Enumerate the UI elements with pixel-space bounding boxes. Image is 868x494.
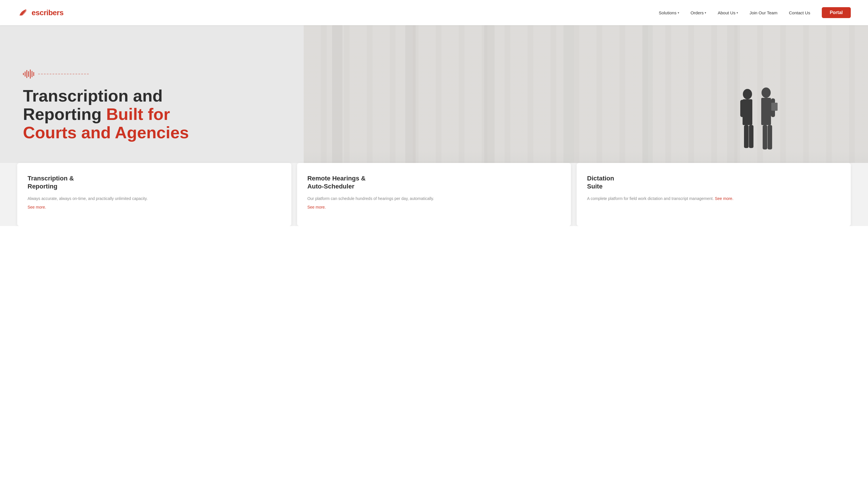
- card-dictation: DictationSuite A complete platform for f…: [577, 163, 851, 226]
- logo-icon: [17, 6, 30, 19]
- svg-point-0: [743, 89, 752, 99]
- hero-section: Transcription and Reporting Built for Co…: [0, 25, 868, 186]
- card-desc-dictation: A complete platform for field work dicta…: [587, 195, 841, 202]
- svg-rect-9: [768, 125, 772, 150]
- waveform-decoration: [23, 70, 189, 79]
- card-desc-transcription: Always accurate, always on-time, and pra…: [27, 195, 281, 202]
- chevron-down-icon: ▾: [678, 11, 679, 14]
- wave-bar: [23, 73, 24, 75]
- cards-section: Transcription &Reporting Always accurate…: [0, 163, 868, 226]
- nav-item-join[interactable]: Join Our Team: [745, 8, 782, 18]
- nav-links: Solutions ▾ Orders ▾ About Us ▾ Join Our…: [654, 7, 851, 18]
- logo-text: escribers: [32, 8, 63, 17]
- hero-background: [304, 25, 868, 186]
- chevron-down-icon: ▾: [705, 11, 706, 14]
- nav-item-about[interactable]: About Us ▾: [713, 8, 742, 18]
- hero-heading: Transcription and Reporting Built for Co…: [23, 87, 189, 141]
- card-hearings: Remote Hearings &Auto-Scheduler Our plat…: [297, 163, 571, 226]
- card-title-dictation: DictationSuite: [587, 174, 841, 190]
- card-title-hearings: Remote Hearings &Auto-Scheduler: [308, 174, 561, 190]
- svg-rect-2: [740, 100, 744, 117]
- wave-line-decoration: [38, 74, 90, 74]
- wave-bar: [30, 70, 31, 79]
- wave-bar: [32, 71, 33, 77]
- svg-rect-4: [749, 125, 754, 148]
- portal-button[interactable]: Portal: [822, 7, 851, 18]
- wave-bar: [28, 71, 29, 77]
- svg-rect-3: [744, 125, 749, 148]
- hero-content: Transcription and Reporting Built for Co…: [0, 52, 206, 159]
- svg-point-5: [761, 88, 771, 98]
- card-title-transcription: Transcription &Reporting: [27, 174, 281, 190]
- nav-item-contact[interactable]: Contact Us: [784, 8, 815, 18]
- wave-bar: [26, 70, 27, 78]
- nav-item-solutions[interactable]: Solutions ▾: [654, 8, 684, 18]
- people-silhouettes: [732, 83, 783, 163]
- chevron-down-icon: ▾: [737, 11, 738, 14]
- wave-bar: [33, 72, 34, 76]
- card-desc-hearings: Our platform can schedule hundreds of he…: [308, 195, 561, 202]
- wave-bar: [25, 72, 25, 77]
- card-link-dictation[interactable]: See more.: [715, 196, 733, 201]
- card-transcription: Transcription &Reporting Always accurate…: [17, 163, 291, 226]
- navbar: escribers Solutions ▾ Orders ▾ About Us …: [0, 0, 868, 25]
- svg-rect-8: [763, 125, 767, 150]
- svg-rect-10: [771, 103, 778, 111]
- svg-rect-6: [761, 98, 771, 125]
- nav-item-orders[interactable]: Orders ▾: [686, 8, 711, 18]
- card-link-hearings[interactable]: See more.: [308, 205, 326, 209]
- logo[interactable]: escribers: [17, 6, 63, 19]
- card-link-transcription[interactable]: See more.: [27, 205, 46, 209]
